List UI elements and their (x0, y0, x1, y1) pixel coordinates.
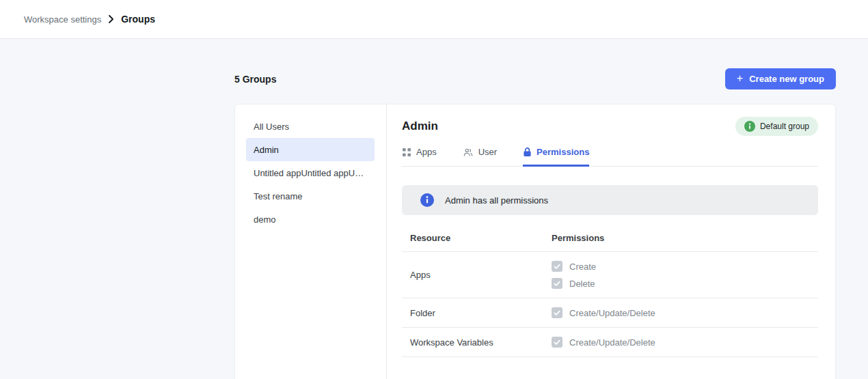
group-title: Admin (402, 120, 438, 133)
resource-label: Workspace Variables (410, 337, 552, 348)
permissions-table: Resource Permissions Apps Create (402, 227, 818, 357)
permission-label: Create/Update/Delete (569, 337, 655, 348)
tab-apps-label: Apps (416, 147, 437, 157)
permission-checkbox-checked (552, 307, 562, 318)
groups-list: All Users Admin Untitled appUntitled app… (235, 104, 387, 379)
group-item-test-rename[interactable]: Test rename (246, 184, 375, 208)
group-item-label: All Users (254, 122, 289, 132)
blue-info-icon (420, 193, 434, 207)
banner-text: Admin has all permissions (445, 195, 548, 206)
groups-count: 5 Groups (234, 74, 276, 85)
create-new-group-button[interactable]: + Create new group (725, 68, 836, 89)
resource-label: Folder (410, 308, 552, 318)
breadcrumb: Workspace settings Groups (24, 14, 155, 25)
group-item-label: Admin (254, 145, 279, 155)
top-header: Workspace settings Groups (0, 0, 868, 39)
column-header-permissions: Permissions (552, 233, 818, 243)
group-item-admin[interactable]: Admin (246, 138, 375, 161)
tab-apps[interactable]: Apps (402, 147, 437, 167)
users-icon (463, 148, 474, 157)
permission-checkbox-checked (552, 337, 562, 348)
resource-label: Apps (410, 270, 552, 280)
tab-user[interactable]: User (463, 147, 497, 167)
permission-item: Create/Update/Delete (552, 337, 818, 348)
tab-user-label: User (478, 147, 497, 157)
permission-item: Delete (552, 278, 818, 289)
groups-page-header: 5 Groups + Create new group (234, 68, 836, 89)
permission-item: Create/Update/Delete (552, 307, 818, 318)
breadcrumb-workspace-settings[interactable]: Workspace settings (24, 14, 101, 25)
group-item-label: demo (254, 214, 276, 225)
apps-grid-icon (402, 148, 411, 157)
permission-item: Create (552, 261, 818, 272)
chevron-right-icon (108, 15, 114, 23)
table-header-row: Resource Permissions (402, 227, 818, 252)
permission-label: Delete (569, 279, 595, 289)
group-detail-panel: Admin Default group Apps (387, 104, 835, 379)
create-new-group-label: Create new group (749, 74, 824, 84)
table-row-workspace-variables: Workspace Variables Create/Update/Delete (402, 328, 818, 357)
permission-label: Create/Update/Delete (569, 308, 655, 318)
permissions-info-banner: Admin has all permissions (402, 185, 818, 215)
plus-icon: + (737, 73, 743, 84)
tab-permissions-label: Permissions (537, 147, 589, 157)
group-item-label: Test rename (254, 191, 303, 201)
green-info-icon (744, 121, 755, 132)
table-row-folder: Folder Create/Update/Delete (402, 298, 818, 328)
groups-card: All Users Admin Untitled appUntitled app… (234, 104, 836, 379)
tab-permissions[interactable]: Permissions (523, 147, 589, 167)
default-group-badge: Default group (735, 117, 818, 136)
group-item-demo[interactable]: demo (246, 208, 375, 231)
group-item-all-users[interactable]: All Users (246, 115, 375, 138)
group-item-untitled-app[interactable]: Untitled appUntitled appUntitle… (246, 161, 375, 184)
group-tabs: Apps User Permissions (402, 147, 818, 167)
table-row-apps: Apps Create Delete (402, 252, 818, 298)
permission-checkbox-checked (552, 261, 562, 272)
breadcrumb-groups: Groups (121, 14, 155, 25)
group-detail-header: Admin Default group (402, 117, 818, 136)
permission-checkbox-checked (552, 278, 562, 289)
permission-label: Create (569, 262, 596, 272)
lock-icon (523, 147, 532, 157)
group-item-label: Untitled appUntitled appUntitle… (254, 168, 367, 178)
column-header-resource: Resource (410, 233, 552, 243)
default-group-label: Default group (760, 122, 809, 131)
